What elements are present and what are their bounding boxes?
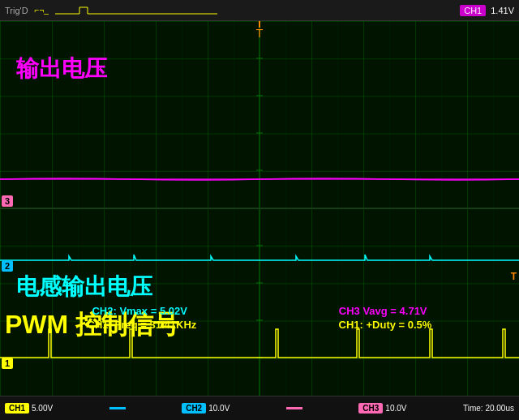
- ch3-vavg: CH3 Vavg = 4.71V: [339, 305, 427, 317]
- time-display: Time: 20.00us: [463, 404, 514, 413]
- signal-preview: [55, 4, 217, 17]
- ch1-scale: 5.00V: [32, 404, 53, 413]
- measurements-overlay: CH2: Vmax = 5.02V CH3 Vavg = 4.71V CH1: …: [0, 305, 519, 331]
- oscilloscope-screen: Trig'D ⌐¬_ CH1 1.41V: [0, 0, 519, 420]
- inductor-voltage-label: 电感输出电压: [16, 272, 152, 302]
- ch2-marker: 2: [2, 260, 13, 272]
- t-label-right: T: [511, 271, 517, 282]
- time-value: 20.00us: [485, 404, 514, 413]
- ch1-badge: CH1: [460, 5, 486, 16]
- ch1-status: CH1 5.00V: [5, 403, 53, 414]
- display-area: T 3 2 1 T 输出电压 电感输出电压 PWM 控制信号 CH2: Vmax…: [0, 21, 519, 396]
- ch2-box: CH2: [182, 403, 206, 414]
- time-label: Time:: [463, 404, 483, 413]
- top-bar: Trig'D ⌐¬_ CH1 1.41V: [0, 0, 519, 21]
- ch2-status: CH2 10.0V: [182, 403, 229, 414]
- ch1-freq: CH1: Freq = 31.41KHz: [88, 319, 197, 331]
- ch3-box: CH3: [358, 403, 383, 414]
- trig-signal-icon: ⌐¬_: [35, 6, 49, 15]
- ch3-status: CH3 10.0V: [358, 403, 406, 414]
- ch3-marker: 3: [2, 195, 13, 207]
- voltage-reading: 1.41V: [491, 6, 514, 15]
- ch1-marker: 1: [2, 358, 13, 369]
- trig-label: Trig'D: [5, 6, 28, 15]
- ch2-scale: 10.0V: [208, 404, 229, 413]
- output-voltage-label: 输出电压: [16, 54, 107, 84]
- ch2-vmax: CH2: Vmax = 5.02V: [92, 305, 187, 317]
- bottom-bar: CH1 5.00V CH2 10.0V CH3 10.0V Time: 20.0…: [0, 396, 519, 420]
- ch1-box: CH1: [5, 403, 29, 414]
- ch1-duty: CH1: +Duty = 0.5%: [339, 319, 432, 331]
- ch3-scale: 10.0V: [385, 404, 406, 413]
- trigger-marker: T: [256, 27, 264, 40]
